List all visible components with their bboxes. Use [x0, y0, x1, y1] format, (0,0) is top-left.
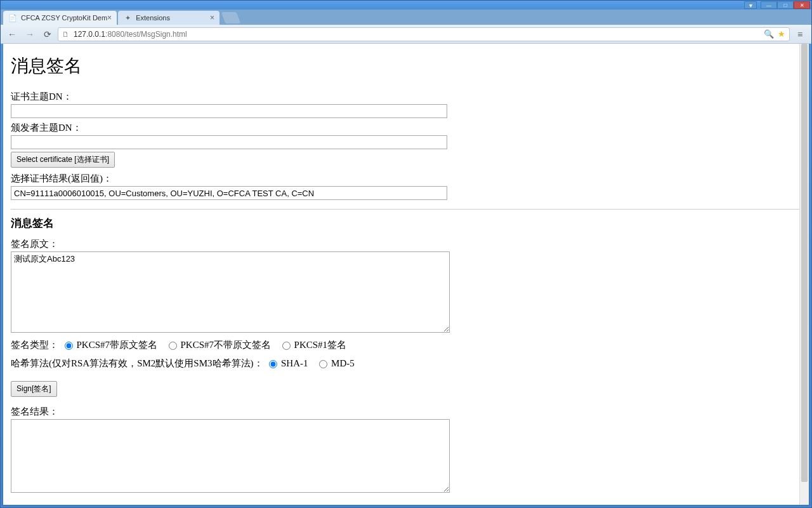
radio-pkcs1-input[interactable] — [282, 342, 291, 350]
subject-dn-input[interactable] — [11, 104, 447, 118]
maximize-button[interactable]: □ — [777, 1, 794, 9]
tab-title: Extensions — [136, 14, 170, 22]
tab-extensions[interactable]: ✦ Extensions × — [118, 11, 219, 25]
close-tab-icon[interactable]: × — [107, 13, 112, 22]
radio-pkcs7-attached-input[interactable] — [65, 342, 73, 350]
browser-toolbar: ← → ⟳ 🗋 127.0.0.1:8080/test/MsgSign.html… — [1, 25, 811, 44]
extension-icon: ✦ — [123, 13, 132, 22]
chrome-menu-button[interactable]: ≡ — [792, 27, 808, 42]
sign-type-row: 签名类型： PKCS#7带原文签名 PKCS#7不带原文签名 PKCS#1签名 — [11, 339, 801, 351]
forward-button[interactable]: → — [22, 27, 37, 42]
scrollbar-thumb[interactable] — [801, 44, 808, 482]
back-button[interactable]: ← — [4, 27, 20, 42]
close-window-button[interactable]: ✕ — [794, 1, 810, 9]
issuer-dn-label: 颁发者主题DN： — [11, 122, 801, 134]
sign-type-label: 签名类型： — [11, 340, 58, 350]
zoom-icon[interactable]: 🔍 — [764, 29, 774, 39]
browser-window: ▾ — □ ✕ 📄 CFCA ZCSY CryptoKit Dem × ✦ Ex… — [0, 0, 812, 508]
radio-sha1-input[interactable] — [269, 360, 277, 368]
subject-dn-label: 证书主题DN： — [11, 91, 801, 103]
hash-label: 哈希算法(仅对RSA算法有效，SM2默认使用SM3哈希算法)： — [11, 358, 263, 368]
window-titlebar: ▾ — □ ✕ — [1, 1, 811, 10]
select-result-input[interactable] — [11, 186, 447, 200]
section-title: 消息签名 — [11, 216, 801, 231]
issuer-dn-input[interactable] — [11, 135, 447, 149]
reload-button[interactable]: ⟳ — [40, 27, 55, 42]
page-title: 消息签名 — [11, 54, 801, 78]
page-content: 消息签名 证书主题DN： 颁发者主题DN： Select certificate… — [3, 44, 809, 505]
window-dropdown-button[interactable]: ▾ — [744, 1, 757, 9]
select-certificate-button[interactable]: Select certificate [选择证书] — [11, 152, 115, 168]
new-tab-button[interactable] — [221, 12, 241, 23]
page-icon: 🗋 — [62, 30, 71, 38]
url-host: 127.0.0.1 — [74, 30, 105, 39]
radio-pkcs7-detached[interactable]: PKCS#7不带原文签名 — [165, 340, 271, 350]
source-label: 签名原文： — [11, 238, 801, 250]
radio-md5[interactable]: MD-5 — [315, 358, 354, 368]
bookmark-star-icon[interactable]: ★ — [778, 29, 785, 39]
page-icon: 📄 — [8, 13, 17, 22]
radio-pkcs7-detached-input[interactable] — [169, 342, 177, 350]
close-tab-icon[interactable]: × — [210, 13, 214, 22]
vertical-scrollbar[interactable] — [799, 44, 809, 505]
result-label: 签名结果： — [11, 406, 801, 418]
tab-strip: 📄 CFCA ZCSY CryptoKit Dem × ✦ Extensions… — [1, 10, 811, 25]
url-path: /test/MsgSign.html — [124, 30, 187, 39]
minimize-button[interactable]: — — [761, 1, 777, 9]
select-result-label: 选择证书结果(返回值)： — [11, 173, 801, 185]
result-textarea[interactable] — [11, 419, 450, 493]
tab-title: CFCA ZCSY CryptoKit Dem — [21, 14, 107, 22]
hash-row: 哈希算法(仅对RSA算法有效，SM2默认使用SM3哈希算法)： SHA-1 MD… — [11, 358, 801, 370]
tab-cfca[interactable]: 📄 CFCA ZCSY CryptoKit Dem × — [3, 11, 117, 25]
radio-pkcs1[interactable]: PKCS#1签名 — [278, 340, 346, 350]
radio-pkcs7-attached[interactable]: PKCS#7带原文签名 — [61, 340, 157, 350]
url-port: :8080 — [105, 30, 124, 39]
source-textarea[interactable]: 测试原文Abc123 — [11, 251, 450, 333]
address-bar[interactable]: 🗋 127.0.0.1:8080/test/MsgSign.html 🔍 ★ — [58, 27, 790, 41]
sign-button[interactable]: Sign[签名] — [11, 381, 57, 397]
radio-md5-input[interactable] — [319, 360, 327, 368]
radio-sha1[interactable]: SHA-1 — [265, 358, 308, 368]
divider — [11, 209, 801, 210]
